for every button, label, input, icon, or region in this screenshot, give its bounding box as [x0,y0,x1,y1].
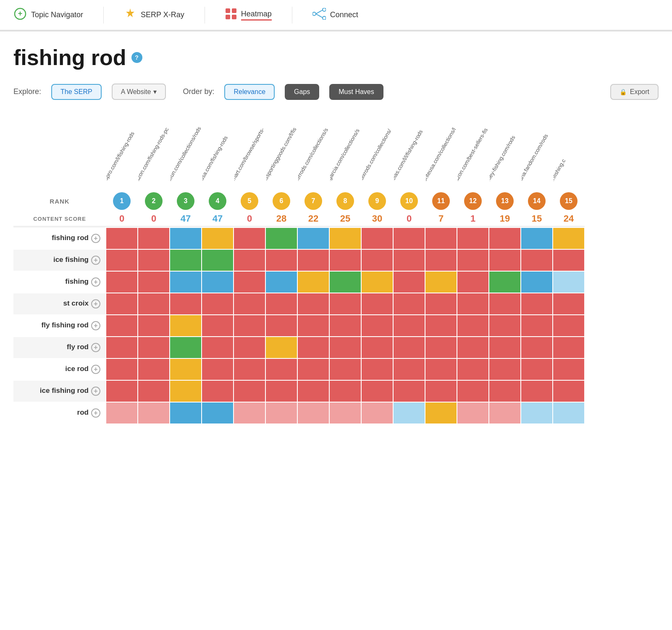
heatmap-cell-0-6[interactable] [297,227,329,249]
heatmap-cell-4-2[interactable] [170,315,202,337]
heatmap-cell-8-5[interactable] [265,402,297,424]
heatmap-cell-4-3[interactable] [202,315,234,337]
heatmap-cell-3-4[interactable] [234,293,265,315]
heatmap-cell-8-4[interactable] [234,402,265,424]
heatmap-cell-4-8[interactable] [361,315,393,337]
heatmap-cell-3-12[interactable] [489,293,521,315]
heatmap-cell-4-0[interactable] [106,315,138,337]
heatmap-cell-2-10[interactable] [425,271,457,293]
order-must-haves-button[interactable]: Must Haves [329,84,383,100]
heatmap-cell-1-14[interactable] [553,249,585,271]
heatmap-cell-0-2[interactable] [170,227,202,249]
heatmap-cell-0-11[interactable] [457,227,489,249]
heatmap-cell-2-3[interactable] [202,271,234,293]
heatmap-cell-0-9[interactable] [393,227,425,249]
heatmap-cell-1-13[interactable] [521,249,553,271]
heatmap-cell-6-5[interactable] [265,358,297,380]
topic-add-btn-4[interactable]: + [91,321,100,330]
nav-serp-xray[interactable]: SERP X-Ray [124,8,184,22]
heatmap-cell-1-4[interactable] [234,249,265,271]
heatmap-cell-6-0[interactable] [106,358,138,380]
heatmap-cell-6-3[interactable] [202,358,234,380]
heatmap-cell-6-6[interactable] [297,358,329,380]
heatmap-cell-4-1[interactable] [138,315,170,337]
heatmap-cell-8-6[interactable] [297,402,329,424]
heatmap-cell-3-8[interactable] [361,293,393,315]
heatmap-cell-8-9[interactable] [393,402,425,424]
heatmap-cell-2-8[interactable] [361,271,393,293]
heatmap-cell-6-10[interactable] [425,358,457,380]
heatmap-cell-3-2[interactable] [170,293,202,315]
heatmap-cell-4-14[interactable] [553,315,585,337]
heatmap-cell-0-3[interactable] [202,227,234,249]
heatmap-cell-7-5[interactable] [265,380,297,402]
heatmap-cell-7-14[interactable] [553,380,585,402]
heatmap-cell-6-14[interactable] [553,358,585,380]
heatmap-cell-2-14[interactable] [553,271,585,293]
heatmap-cell-8-8[interactable] [361,402,393,424]
heatmap-cell-8-11[interactable] [457,402,489,424]
export-button[interactable]: 🔒 Export [610,84,659,100]
heatmap-cell-1-0[interactable] [106,249,138,271]
heatmap-cell-1-1[interactable] [138,249,170,271]
order-relevance-button[interactable]: Relevance [224,84,275,100]
heatmap-cell-7-2[interactable] [170,380,202,402]
heatmap-cell-8-1[interactable] [138,402,170,424]
nav-topic-navigator[interactable]: + Topic Navigator [13,7,83,23]
heatmap-cell-2-7[interactable] [329,271,361,293]
heatmap-cell-3-5[interactable] [265,293,297,315]
heatmap-cell-1-3[interactable] [202,249,234,271]
explore-serp-button[interactable]: The SERP [51,84,102,100]
heatmap-cell-4-9[interactable] [393,315,425,337]
heatmap-cell-5-9[interactable] [393,337,425,358]
heatmap-cell-5-2[interactable] [170,337,202,358]
topic-add-btn-8[interactable]: + [91,408,100,418]
topic-add-btn-2[interactable]: + [91,277,100,287]
heatmap-cell-6-7[interactable] [329,358,361,380]
heatmap-cell-7-3[interactable] [202,380,234,402]
heatmap-cell-4-5[interactable] [265,315,297,337]
topic-add-btn-6[interactable]: + [91,365,100,374]
heatmap-cell-1-8[interactable] [361,249,393,271]
heatmap-cell-5-7[interactable] [329,337,361,358]
heatmap-cell-5-5[interactable] [265,337,297,358]
heatmap-cell-7-8[interactable] [361,380,393,402]
heatmap-cell-1-10[interactable] [425,249,457,271]
heatmap-cell-6-8[interactable] [361,358,393,380]
topic-add-btn-0[interactable]: + [91,234,100,243]
order-gaps-button[interactable]: Gaps [285,84,319,100]
heatmap-cell-7-0[interactable] [106,380,138,402]
heatmap-cell-8-13[interactable] [521,402,553,424]
heatmap-cell-3-11[interactable] [457,293,489,315]
heatmap-cell-5-0[interactable] [106,337,138,358]
heatmap-cell-5-6[interactable] [297,337,329,358]
heatmap-cell-0-12[interactable] [489,227,521,249]
heatmap-cell-8-7[interactable] [329,402,361,424]
heatmap-cell-1-5[interactable] [265,249,297,271]
heatmap-cell-7-7[interactable] [329,380,361,402]
topic-add-btn-3[interactable]: + [91,299,100,308]
heatmap-cell-5-11[interactable] [457,337,489,358]
heatmap-cell-2-0[interactable] [106,271,138,293]
heatmap-cell-1-11[interactable] [457,249,489,271]
heatmap-cell-3-6[interactable] [297,293,329,315]
heatmap-cell-2-6[interactable] [297,271,329,293]
heatmap-cell-0-4[interactable] [234,227,265,249]
heatmap-cell-7-12[interactable] [489,380,521,402]
heatmap-cell-3-0[interactable] [106,293,138,315]
nav-connect[interactable]: Connect [312,8,358,22]
heatmap-cell-2-11[interactable] [457,271,489,293]
heatmap-cell-4-7[interactable] [329,315,361,337]
heatmap-cell-8-0[interactable] [106,402,138,424]
heatmap-cell-0-8[interactable] [361,227,393,249]
heatmap-cell-2-5[interactable] [265,271,297,293]
nav-heatmap[interactable]: Heatmap [225,8,272,22]
heatmap-cell-2-2[interactable] [170,271,202,293]
heatmap-cell-4-11[interactable] [457,315,489,337]
heatmap-cell-6-13[interactable] [521,358,553,380]
heatmap-cell-3-9[interactable] [393,293,425,315]
heatmap-cell-3-14[interactable] [553,293,585,315]
heatmap-cell-6-9[interactable] [393,358,425,380]
heatmap-cell-4-13[interactable] [521,315,553,337]
heatmap-cell-6-12[interactable] [489,358,521,380]
